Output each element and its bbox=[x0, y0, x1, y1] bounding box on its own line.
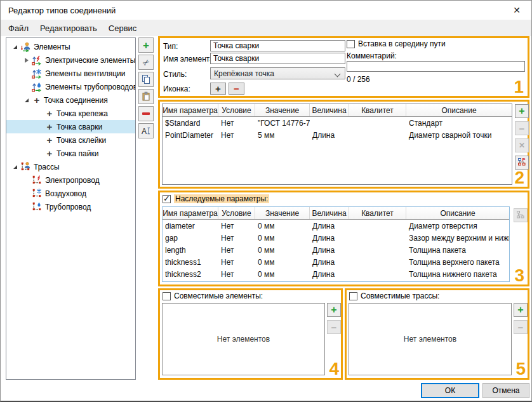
param-remove-button[interactable]: − bbox=[515, 121, 529, 135]
copy-button[interactable] bbox=[138, 72, 154, 87]
name-input[interactable] bbox=[210, 53, 345, 64]
annotation-box-5: Совместимые трассы: Нет элементов + − 5 bbox=[345, 288, 529, 380]
col-value: Значение bbox=[255, 207, 310, 219]
table-row[interactable]: length Нет 0 мм Длина Толщина пакета bbox=[163, 244, 509, 256]
svg-text:P: P bbox=[522, 157, 526, 163]
tree-item-ventilation-elements[interactable]: Элементы вентиляции bbox=[6, 67, 135, 80]
compatible-routes-add-button[interactable]: + bbox=[514, 303, 528, 317]
tree-item-connection-point[interactable]: + Точка соединения bbox=[6, 93, 135, 107]
param-add-button[interactable]: + bbox=[515, 104, 529, 118]
inherited-tree-button[interactable] bbox=[514, 208, 528, 222]
checkbox-icon bbox=[347, 40, 355, 48]
tree-item-fastening-point[interactable]: + Точка крепежа bbox=[6, 107, 135, 120]
routes-icon bbox=[20, 162, 31, 172]
cancel-button[interactable]: Отмена bbox=[482, 383, 529, 398]
checkbox-icon bbox=[163, 292, 171, 300]
tree-expander[interactable] bbox=[22, 98, 31, 102]
paste-button[interactable] bbox=[138, 89, 154, 104]
minus-icon: − bbox=[234, 83, 239, 94]
tree-item-glue-point[interactable]: + Точка склейки bbox=[6, 133, 135, 147]
inherited-params-checkbox[interactable]: Наследуемые параметры: bbox=[163, 194, 269, 203]
tree-item-solder-point[interactable]: + Точка пайки bbox=[6, 147, 135, 160]
style-selected-value: Крепёжная точка bbox=[214, 69, 274, 78]
plus-icon: + bbox=[331, 305, 336, 315]
compatible-routes-checkbox[interactable]: Совместимые трассы: bbox=[349, 291, 439, 300]
ok-button[interactable]: ОК bbox=[421, 383, 479, 398]
scissors-icon: ✂ bbox=[140, 57, 152, 69]
tree-item-label: Точка соединения bbox=[44, 96, 108, 105]
tree-item-weld-point[interactable]: + Точка сварки bbox=[6, 120, 135, 133]
comment-counter: 0 / 256 bbox=[347, 75, 370, 84]
comment-label: Комментарий: bbox=[347, 51, 397, 60]
table-row[interactable]: diameter Нет 0 мм Длина Диаметр отверсти… bbox=[163, 220, 509, 232]
parent-params-icon: P bbox=[517, 157, 527, 168]
table-row[interactable]: PointDiameter Нет 5 мм Длина Диаметр сва… bbox=[163, 129, 512, 141]
plus-icon: + bbox=[519, 106, 524, 116]
tree-item-label: Электропровод bbox=[45, 176, 100, 185]
annotation-box-1: Тип: Имя элемента: Стиль: Крепёжная точк… bbox=[158, 36, 529, 98]
compatible-elements-checkbox[interactable]: Совместимые элементы: bbox=[163, 291, 263, 300]
checkbox-icon bbox=[349, 292, 357, 300]
menu-service[interactable]: Сервис bbox=[103, 21, 143, 36]
tree-item-air-duct[interactable]: Воздуховод bbox=[6, 187, 135, 200]
tree-expander[interactable] bbox=[11, 45, 20, 49]
rename-button[interactable]: A bbox=[138, 123, 154, 138]
cut-button[interactable]: ✂ bbox=[138, 55, 154, 70]
inherited-params-label: Наследуемые параметры: bbox=[174, 194, 269, 203]
tree-item-routes[interactable]: Трассы bbox=[6, 160, 135, 173]
delete-button[interactable] bbox=[138, 106, 154, 121]
plus-icon: + bbox=[44, 122, 55, 132]
compatible-elements-remove-button[interactable]: − bbox=[327, 320, 341, 334]
type-tree: Элементы Электрические элементы bbox=[6, 37, 136, 380]
icon-remove-button[interactable]: − bbox=[229, 83, 244, 95]
tree-item-label: Точка склейки bbox=[57, 136, 106, 145]
empty-state-text: Нет элементов bbox=[404, 335, 456, 344]
annotation-number-2: 2 bbox=[514, 169, 524, 187]
compatible-elements-label: Совместимые элементы: bbox=[174, 291, 263, 300]
compatible-routes-remove-button[interactable]: − bbox=[514, 320, 528, 334]
hierarchy-icon bbox=[515, 210, 526, 220]
insert-middle-checkbox[interactable]: Вставка в середину пути bbox=[347, 39, 446, 48]
empty-state-text: Нет элементов bbox=[217, 335, 270, 344]
compatible-elements-add-button[interactable]: + bbox=[327, 303, 341, 317]
compatible-routes-list[interactable]: Нет элементов bbox=[349, 303, 512, 375]
add-button[interactable]: + bbox=[138, 37, 154, 53]
table-row[interactable]: gap Нет 0 мм Длина Зазор между верхним и… bbox=[163, 232, 509, 244]
tree-item-electrical-elements[interactable]: Электрические элементы bbox=[6, 53, 135, 67]
tree-item-electrical-wire[interactable]: Электропровод bbox=[6, 173, 135, 187]
tree-expander[interactable] bbox=[11, 165, 20, 169]
person-axes-icon bbox=[20, 42, 31, 52]
close-button[interactable]: ✕ bbox=[507, 3, 526, 17]
menu-edit[interactable]: Редактировать bbox=[34, 21, 103, 36]
type-input[interactable] bbox=[210, 40, 345, 51]
table-row[interactable]: $Standard Нет "ГОСТ 14776-79" Стандарт bbox=[163, 117, 512, 129]
param-clear-button[interactable]: ✕ bbox=[515, 138, 529, 152]
tree-item-elements[interactable]: Элементы bbox=[6, 40, 135, 53]
tree-item-label: Элементы трубопроводов bbox=[45, 83, 136, 91]
minus-icon: − bbox=[331, 323, 337, 332]
col-condition: Условие bbox=[218, 104, 255, 116]
compatible-elements-list[interactable]: Нет элементов bbox=[162, 303, 325, 375]
tree-item-piping-elements[interactable]: Элементы трубопроводов bbox=[6, 80, 135, 93]
annotation-number-5: 5 bbox=[515, 360, 526, 378]
menu-file[interactable]: Файл bbox=[3, 21, 34, 36]
col-tolerance: Квалитет bbox=[349, 104, 406, 116]
tree-expander[interactable] bbox=[22, 58, 31, 63]
tree-item-label: Элементы bbox=[34, 43, 70, 51]
comment-input[interactable] bbox=[347, 61, 525, 72]
style-label: Стиль: bbox=[163, 70, 187, 79]
minus-icon: − bbox=[518, 323, 524, 332]
tree-item-label: Точка пайки bbox=[57, 149, 98, 158]
icon-add-button[interactable]: + bbox=[210, 83, 226, 95]
tree-item-pipeline[interactable]: Трубопровод bbox=[6, 200, 135, 213]
style-select[interactable]: Крепёжная точка bbox=[210, 67, 345, 79]
table-row[interactable]: thickness2 Нет 0 мм Длина Толщина нижнег… bbox=[163, 268, 509, 280]
params-table[interactable]: Имя параметра Условие Значение Величина … bbox=[162, 104, 512, 185]
inherited-params-table[interactable]: Имя параметра Условие Значение Величина … bbox=[162, 206, 510, 282]
ventilation-element-icon bbox=[31, 69, 43, 79]
col-description: Описание bbox=[406, 104, 512, 116]
checkbox-checked-icon bbox=[163, 195, 171, 203]
tree-item-label: Точка крепежа bbox=[57, 109, 108, 118]
annotation-number-1: 1 bbox=[514, 78, 524, 96]
table-row[interactable]: thickness1 Нет 0 мм Длина Толщина верхне… bbox=[163, 256, 509, 268]
